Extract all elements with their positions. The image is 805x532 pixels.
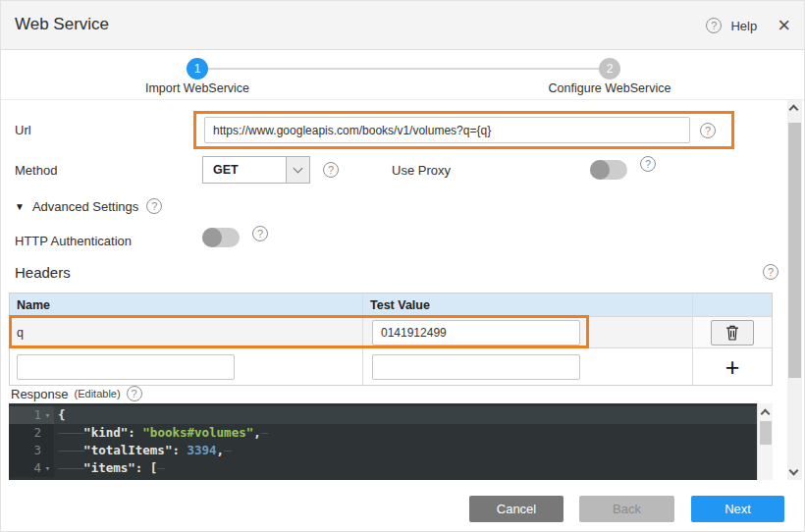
code-line[interactable]: 1▾{ bbox=[9, 406, 757, 424]
scroll-up-icon[interactable] bbox=[761, 409, 771, 419]
column-header-test-value: Test Value bbox=[363, 293, 693, 316]
fold-arrow-icon[interactable]: ▾ bbox=[41, 406, 54, 424]
response-code-editor[interactable]: 1▾{2––––"kind": "books#volumes",–3––––"t… bbox=[9, 403, 773, 480]
add-row-button[interactable]: + bbox=[725, 357, 740, 377]
response-label: Response bbox=[11, 387, 69, 401]
help-icon[interactable]: ? bbox=[706, 18, 722, 33]
page-title: Web Service bbox=[15, 15, 109, 34]
column-header-name: Name bbox=[10, 293, 363, 316]
use-proxy-help-icon[interactable]: ? bbox=[640, 156, 656, 172]
delete-row-button[interactable] bbox=[711, 320, 754, 346]
url-label: Url bbox=[15, 123, 31, 137]
toggle-knob bbox=[202, 228, 222, 247]
response-editable-label: (Editable) bbox=[75, 388, 121, 399]
dialog-scrollbar[interactable] bbox=[787, 100, 802, 480]
url-highlight-box: ? bbox=[193, 111, 734, 149]
trash-icon bbox=[725, 325, 739, 341]
table-new-row: + bbox=[10, 348, 772, 385]
http-auth-help-icon[interactable]: ? bbox=[252, 226, 268, 241]
step-1-circle[interactable]: 1 bbox=[187, 58, 208, 80]
toggle-knob bbox=[590, 160, 610, 180]
headers-section-title: Headers bbox=[15, 264, 71, 281]
web-service-dialog: Web Service ? Help × 1 2 Import WebServi… bbox=[0, 0, 805, 532]
step-2-label: Configure WebService bbox=[521, 81, 698, 95]
cancel-button[interactable]: Cancel bbox=[469, 496, 564, 522]
method-dropdown-button[interactable] bbox=[286, 157, 309, 183]
step-1-label: Import WebService bbox=[109, 81, 286, 95]
back-button[interactable]: Back bbox=[579, 496, 674, 522]
advanced-settings-label: Advanced Settings bbox=[32, 199, 138, 214]
dialog-scroll-thumb[interactable] bbox=[788, 123, 801, 378]
header-name-cell[interactable]: q bbox=[10, 317, 363, 347]
stepper-connector bbox=[208, 68, 599, 70]
method-label: Method bbox=[15, 163, 57, 178]
scroll-up-icon[interactable] bbox=[789, 105, 799, 115]
help-link[interactable]: Help bbox=[730, 19, 757, 33]
method-select[interactable]: GET bbox=[202, 156, 310, 184]
table-row: q bbox=[10, 316, 772, 348]
headers-help-icon[interactable]: ? bbox=[763, 264, 778, 280]
collapse-arrow-icon: ▼ bbox=[15, 201, 25, 212]
headers-table: Name Test Value q bbox=[9, 293, 773, 386]
column-header-actions bbox=[693, 293, 772, 316]
editor-scrollbar[interactable] bbox=[757, 403, 773, 480]
header-value-cell bbox=[363, 317, 693, 347]
code-line[interactable]: 2––––"kind": "books#volumes",– bbox=[9, 424, 757, 442]
code-lines[interactable]: 1▾{2––––"kind": "books#volumes",–3––––"t… bbox=[9, 403, 757, 480]
new-value-input[interactable] bbox=[372, 354, 580, 380]
fold-arrow-icon[interactable]: ▾ bbox=[41, 459, 54, 477]
use-proxy-toggle[interactable] bbox=[590, 160, 627, 180]
scroll-down-icon[interactable] bbox=[789, 466, 799, 476]
method-help-icon[interactable]: ? bbox=[323, 162, 339, 178]
dialog-header: Web Service ? Help × bbox=[1, 1, 805, 50]
url-input[interactable] bbox=[204, 117, 690, 143]
table-header-row: Name Test Value bbox=[10, 293, 772, 316]
chevron-down-icon bbox=[294, 164, 303, 174]
advanced-settings-help-icon[interactable]: ? bbox=[146, 198, 162, 214]
test-value-input[interactable] bbox=[372, 320, 580, 346]
code-line[interactable]: 4▾––––"items": [– bbox=[9, 459, 757, 477]
http-auth-label: HTTP Authentication bbox=[15, 234, 132, 248]
new-name-input[interactable] bbox=[17, 354, 235, 380]
wizard-stepper: 1 2 Import WebService Configure WebServi… bbox=[1, 51, 805, 100]
advanced-settings-toggle[interactable]: ▼ Advanced Settings ? bbox=[15, 198, 162, 214]
use-proxy-label: Use Proxy bbox=[392, 163, 451, 178]
url-help-icon[interactable]: ? bbox=[700, 123, 716, 138]
method-selected-value: GET bbox=[203, 157, 286, 183]
close-icon[interactable]: × bbox=[778, 16, 790, 35]
editor-scroll-thumb[interactable] bbox=[760, 421, 772, 445]
step-2-circle[interactable]: 2 bbox=[599, 58, 620, 80]
http-auth-toggle[interactable] bbox=[202, 228, 240, 247]
code-line[interactable]: 3––––"totalItems": 3394,– bbox=[9, 442, 757, 459]
response-help-icon[interactable]: ? bbox=[127, 386, 142, 401]
next-button[interactable]: Next bbox=[691, 496, 784, 522]
